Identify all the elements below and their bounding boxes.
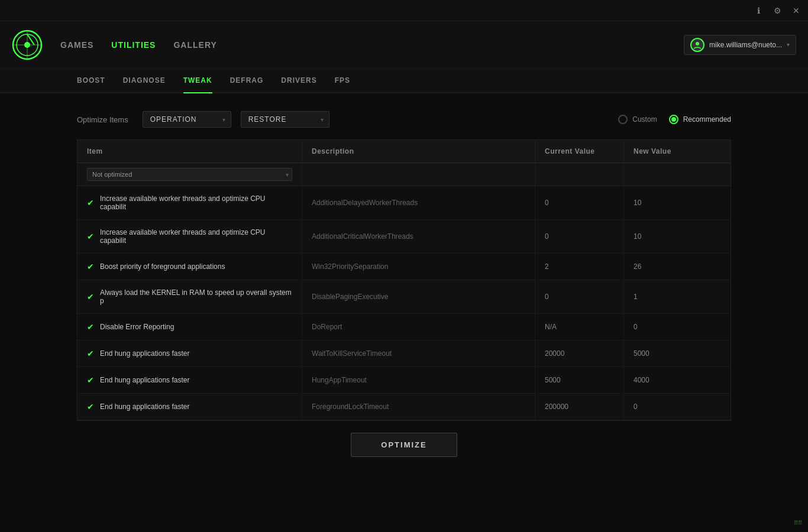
titlebar: ℹ ⚙ ✕ [0,0,808,21]
radio-custom-circle [618,115,628,124]
subnav-fps[interactable]: FPS [335,69,350,93]
subnav: BOOST DIAGNOSE TWEAK DEFRAG DRIVERS FPS [0,69,808,93]
cell-description: AdditionalCriticalWorkerThreads [302,220,535,253]
chevron-down-icon: ▾ [787,41,790,48]
new-value: 10 [634,232,641,241]
header-right: mike.williams@nueto... ▾ [684,35,796,55]
subnav-drivers[interactable]: DRIVERS [281,69,316,93]
corner-decoration: ⠿⠿ [794,520,802,526]
filter-select-wrapper: Not optimized All items Optimized [87,168,292,181]
user-badge[interactable]: mike.williams@nueto... ▾ [684,35,796,55]
filter-desc-cell [302,163,535,186]
nav-utilities[interactable]: UTILITIES [111,40,156,50]
cell-current: 5000 [535,367,624,393]
subnav-defrag[interactable]: DEFRAG [230,69,264,93]
cell-new-value: 0 [624,314,731,340]
toolbar: Optimize Items OPERATION ▾ RESTORE ▾ Cus… [77,111,731,128]
new-value: 10 [634,199,641,207]
desc-text: ForegroundLockTimeout [312,403,389,411]
desc-text: DisablePagingExecutive [312,293,388,301]
cell-current: 0 [535,186,624,219]
optimize-button[interactable]: OPTIMIZE [351,433,457,457]
cell-item: ✔ End hung applications faster [77,367,302,393]
operation-select[interactable]: OPERATION [143,111,231,128]
filter-select[interactable]: Not optimized All items Optimized [87,168,292,181]
cell-item: ✔ Increase available worker threads and … [77,186,302,219]
radio-custom[interactable]: Custom [618,115,657,124]
current-value: 200000 [545,403,568,411]
cell-item: ✔ Always load the KERNEL in RAM to speed… [77,280,302,313]
check-icon: ✔ [87,292,94,301]
col-new: New Value [624,140,731,163]
cell-new-value: 0 [624,394,731,420]
col-description: Description [302,140,535,163]
cell-item: ✔ End hung applications faster [77,340,302,366]
table-row[interactable]: ✔ Boost priority of foreground applicati… [77,254,731,280]
desc-text: HungAppTimeout [312,376,367,384]
item-text: End hung applications faster [100,349,189,358]
cell-description: ForegroundLockTimeout [302,394,535,420]
filter-new-cell [624,163,731,186]
col-current: Current Value [535,140,624,163]
new-value: 0 [634,323,638,331]
nav-games[interactable]: GAMES [60,40,93,50]
content: Optimize Items OPERATION ▾ RESTORE ▾ Cus… [0,93,808,532]
subnav-tweak[interactable]: TWEAK [183,69,212,93]
current-value: 0 [545,199,549,207]
check-icon: ✔ [87,402,94,411]
item-text: Increase available worker threads and op… [100,228,292,245]
table-row[interactable]: ✔ End hung applications faster Foregroun… [77,394,731,420]
new-value: 1 [634,293,638,301]
table-row[interactable]: ✔ Disable Error Reporting DoReport N/A 0 [77,314,731,340]
optimize-items-label: Optimize Items [77,115,128,124]
subnav-diagnose[interactable]: DIAGNOSE [123,69,166,93]
cell-description: DoReport [302,314,535,340]
restore-select-wrapper: RESTORE ▾ [241,111,329,128]
check-icon: ✔ [87,232,94,241]
col-item: Item [77,140,302,163]
item-text: Disable Error Reporting [100,323,174,331]
table-header: Item Description Current Value New Value [77,140,731,163]
table-container: Item Description Current Value New Value… [77,140,731,421]
new-value: 5000 [634,349,649,358]
item-text: Boost priority of foreground application… [100,262,225,271]
main-nav: GAMES UTILITIES GALLERY [60,40,684,50]
desc-text: AdditionalDelayedWorkerThreads [312,199,418,207]
new-value: 0 [634,403,638,411]
table-row[interactable]: ✔ Increase available worker threads and … [77,186,731,220]
cell-item: ✔ Increase available worker threads and … [77,220,302,253]
close-button[interactable]: ✕ [790,6,802,15]
current-value: 20000 [545,349,564,358]
item-text: End hung applications faster [100,376,189,384]
check-icon: ✔ [87,322,94,332]
current-value: 2 [545,262,549,271]
cell-new-value: 1 [624,280,731,313]
item-text: End hung applications faster [100,403,189,411]
operation-select-wrapper: OPERATION ▾ [143,111,231,128]
filter-current-cell [535,163,624,186]
desc-text: AdditionalCriticalWorkerThreads [312,232,413,241]
table-row[interactable]: ✔ Always load the KERNEL in RAM to speed… [77,280,731,314]
restore-select[interactable]: RESTORE [241,111,329,128]
avatar [690,38,704,52]
filter-item-cell: Not optimized All items Optimized [77,163,302,186]
table-row[interactable]: ✔ End hung applications faster WaitToKil… [77,340,731,367]
subnav-boost[interactable]: BOOST [77,69,105,93]
svg-point-4 [24,42,30,48]
cell-current: 200000 [535,394,624,420]
cell-new-value: 26 [624,254,731,280]
radio-recommended-label: Recommended [683,115,731,124]
bottom-bar: OPTIMIZE [77,433,731,457]
nav-gallery[interactable]: GALLERY [173,40,216,50]
info-button[interactable]: ℹ [752,6,764,15]
item-text: Always load the KERNEL in RAM to speed u… [100,288,292,305]
settings-button[interactable]: ⚙ [771,6,783,15]
table-row[interactable]: ✔ Increase available worker threads and … [77,220,731,254]
user-name: mike.williams@nueto... [709,41,782,49]
current-value: N/A [545,323,557,331]
table-row[interactable]: ✔ End hung applications faster HungAppTi… [77,367,731,394]
cell-current: 20000 [535,340,624,366]
radio-recommended[interactable]: Recommended [669,115,731,124]
cell-new-value: 4000 [624,367,731,393]
new-value: 4000 [634,376,649,384]
